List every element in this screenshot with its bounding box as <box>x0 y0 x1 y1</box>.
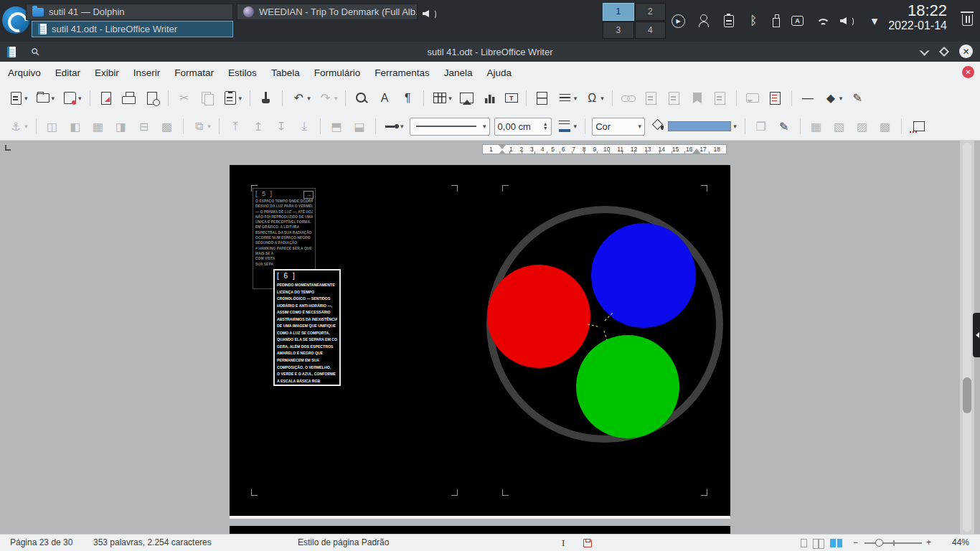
close-document-icon[interactable]: ✕ <box>962 66 974 78</box>
insert-bookmark-button[interactable]: ▾ <box>687 88 707 108</box>
text-frame-6[interactable]: [ 6 ] PEDINDO MOMENTANEAMENTELICENÇA DO … <box>273 269 341 386</box>
menu-formatar[interactable]: Formatar <box>168 64 220 82</box>
anchor-button[interactable]: ⚓▾ <box>6 116 30 136</box>
bring-to-front-button[interactable]: ⤒▾ <box>225 116 245 136</box>
virtual-desktop-4[interactable]: 4 <box>635 22 666 39</box>
horizontal-line-button[interactable]: —▾ <box>798 88 818 108</box>
taskbar-item-media[interactable]: WEEDIAN - Trip To Denmark (Full Alb... <box>237 4 418 20</box>
dropdown-arrow-icon[interactable]: ▾ <box>448 95 452 102</box>
copy-button[interactable]: ▾ <box>197 88 217 108</box>
dropdown-arrow-icon[interactable]: ▾ <box>24 95 28 102</box>
align-objects-button[interactable]: ⧉▾ <box>189 116 214 136</box>
multi-page-view-icon[interactable] <box>813 539 824 547</box>
page-number-status[interactable]: Página 23 de 30 <box>10 537 72 547</box>
fill-type-select[interactable]: Cor ▾ <box>592 118 645 136</box>
sidebar-toggle-handle[interactable] <box>973 313 980 357</box>
zoom-in-icon[interactable]: + <box>926 537 931 547</box>
dropdown-arrow-icon[interactable]: ▾ <box>208 123 212 130</box>
undo-button[interactable]: ↶▾ <box>288 88 313 108</box>
removable-device-icon[interactable] <box>773 18 780 27</box>
frame-properties-button[interactable]: ▾ <box>908 116 928 136</box>
taskbar-item-dolphin[interactable]: sutil 41 — Dolphin <box>26 4 233 20</box>
menu-tabela[interactable]: Tabela <box>265 64 306 82</box>
unsaved-changes-icon[interactable] <box>583 539 592 547</box>
dropdown-arrow-icon[interactable]: ▾ <box>400 123 404 130</box>
line-style-select[interactable]: ▾ <box>410 118 490 136</box>
close-icon[interactable]: ✕ <box>959 44 973 58</box>
insert-textbox-button[interactable]: T▾ <box>503 88 520 108</box>
send-to-back-button[interactable]: ⤓▾ <box>294 116 314 136</box>
media-player-icon[interactable]: ▶ <box>672 14 685 28</box>
book-view-icon[interactable] <box>830 539 842 547</box>
clipboard-icon[interactable] <box>724 15 734 27</box>
cut-button[interactable]: ✂▾ <box>174 88 194 108</box>
menu-editar[interactable]: Editar <box>49 64 87 82</box>
menu-estilos[interactable]: Estilos <box>222 64 263 82</box>
spinner-arrows-icon[interactable]: ▲▼ <box>543 122 548 131</box>
redo-button[interactable]: ↷▾ <box>316 88 340 108</box>
indent-marker[interactable] <box>499 145 507 154</box>
menu-formulario[interactable]: Formulário <box>308 64 367 82</box>
bluetooth-icon[interactable]: ᛒ <box>745 13 761 29</box>
network-wifi-icon[interactable] <box>815 16 828 26</box>
print-button[interactable]: ▾ <box>119 88 139 108</box>
rotate-button[interactable]: ❐▾ <box>751 116 771 136</box>
print-preview-button[interactable]: ▾ <box>142 88 162 108</box>
dropdown-arrow-icon[interactable]: ▾ <box>600 95 604 102</box>
insert-comment-button[interactable]: ▾ <box>743 88 763 108</box>
menu-inserir[interactable]: Inserir <box>127 64 167 82</box>
insert-mode-indicator[interactable]: I <box>562 537 565 549</box>
zoom-slider-knob[interactable] <box>875 539 883 547</box>
line-width-spinner[interactable]: 0,00 cm ▲▼ <box>494 118 552 136</box>
insert-chart-button[interactable]: ▾ <box>480 88 500 108</box>
menu-ferramentas[interactable]: Ferramentas <box>368 64 436 82</box>
right-margin-marker[interactable] <box>692 144 701 154</box>
user-switch-icon[interactable] <box>697 13 712 29</box>
back-one-button[interactable]: ↧▾ <box>271 116 291 136</box>
insert-field-button[interactable]: ▾ <box>555 88 580 108</box>
character-dialog-button[interactable]: A▾ <box>374 88 395 108</box>
find-replace-button[interactable]: ▾ <box>352 88 372 108</box>
menu-ajuda[interactable]: Ajuda <box>481 64 519 82</box>
dropdown-arrow-icon[interactable]: ▾ <box>78 95 82 102</box>
keyboard-layout-icon[interactable]: A <box>791 16 804 26</box>
wrap-through-button[interactable]: ▦▾ <box>88 116 108 136</box>
zoom-slider[interactable] <box>864 542 922 544</box>
export-pdf-button[interactable]: ▾ <box>96 88 116 108</box>
new-document-button[interactable]: ▾ <box>6 88 30 108</box>
zoom-out-icon[interactable]: − <box>853 537 858 547</box>
insert-image-button[interactable]: ▾ <box>457 88 477 108</box>
forward-one-button[interactable]: ↥▾ <box>248 116 268 136</box>
wrap-off-button[interactable]: ◫▾ <box>42 116 62 136</box>
insert-table-button[interactable]: ▾ <box>430 88 454 108</box>
tab-stop-selector[interactable] <box>5 145 11 151</box>
edit-points-button[interactable]: ✎▾ <box>774 116 794 136</box>
insert-footnote-button[interactable]: ▾ <box>641 88 661 108</box>
virtual-desktop-3[interactable]: 3 <box>603 22 634 39</box>
fill-color-button[interactable]: ▾ <box>649 116 739 136</box>
save-button[interactable]: ▾ <box>60 88 84 108</box>
maximize-icon[interactable] <box>939 46 949 56</box>
digital-clock[interactable]: 18:22 2022-01-14 <box>888 2 947 32</box>
clone-formatting-button[interactable]: ▾ <box>256 88 276 108</box>
wrap-right-button[interactable]: ◨▾ <box>111 116 131 136</box>
menu-janela[interactable]: Janela <box>438 64 479 82</box>
ungroup-button[interactable]: ▧▾ <box>829 116 849 136</box>
dropdown-arrow-icon[interactable]: ▾ <box>334 95 338 102</box>
menu-arquivo[interactable]: Arquivo <box>1 64 47 82</box>
dropdown-arrow-icon[interactable]: ▾ <box>24 123 28 130</box>
wrap-optimal-button[interactable]: ▩▾ <box>157 116 177 136</box>
to-foreground-button[interactable]: ⬒▾ <box>326 116 347 136</box>
dropdown-arrow-icon[interactable]: ▾ <box>52 95 55 102</box>
formatting-marks-button[interactable]: ¶▾ <box>397 88 418 108</box>
track-changes-button[interactable]: ▾ <box>765 88 786 108</box>
dropdown-arrow-icon[interactable]: ▾ <box>839 95 843 102</box>
volume-icon[interactable] <box>839 13 855 29</box>
insert-special-character-button[interactable]: Ω▾ <box>582 88 606 108</box>
scrollbar-groove[interactable] <box>963 143 971 532</box>
line-style-button[interactable]: ▾ <box>382 116 406 136</box>
basic-shapes-button[interactable]: ◆▾ <box>821 88 845 108</box>
enter-group-button[interactable]: ▨▾ <box>852 116 872 136</box>
paste-button[interactable]: ▾ <box>220 88 245 108</box>
tray-expand-icon[interactable]: ▾ <box>867 13 882 29</box>
